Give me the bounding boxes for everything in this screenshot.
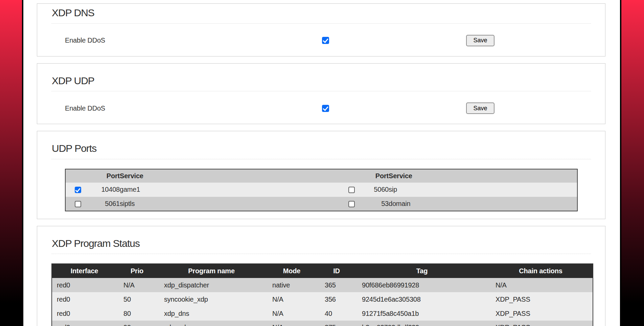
table-row: 5061 siptls 53 domain bbox=[65, 197, 577, 211]
title-divider bbox=[51, 159, 591, 159]
cell-id: 365 bbox=[318, 278, 355, 292]
cell-program-name: xdp_dispatcher bbox=[157, 278, 266, 292]
cell-mode: N/A bbox=[266, 306, 318, 321]
ports-header-port: Port bbox=[363, 169, 389, 183]
cell-prio: N/A bbox=[117, 278, 157, 292]
cell-interface: red0 bbox=[52, 278, 117, 292]
cell-tag: b3ae02703dbdf339 bbox=[355, 321, 489, 326]
ports-header-row: Port Service Port Service bbox=[65, 169, 577, 183]
udp-ports-table: Port Service Port Service 10408 game1 50… bbox=[65, 169, 578, 211]
enable-ddos-row-dns: Enable DDoS Save bbox=[51, 33, 591, 48]
right-gradient-strip bbox=[620, 0, 644, 326]
port-checkbox-cell bbox=[340, 183, 363, 197]
cell-mode: N/A bbox=[266, 321, 318, 326]
cell-interface: red0 bbox=[52, 321, 117, 326]
cell-chain-actions: XDP_PASS bbox=[489, 292, 593, 306]
save-button-dns[interactable]: Save bbox=[466, 35, 495, 46]
enable-ddos-checkbox-udp[interactable] bbox=[322, 105, 329, 112]
cell-interface: red0 bbox=[52, 306, 117, 321]
service-cell: sip bbox=[389, 183, 577, 197]
table-row: red0 80 xdp_dns N/A 40 91271f5a8c450a1b … bbox=[52, 306, 593, 321]
status-header-program-name: Program name bbox=[157, 264, 266, 278]
port-checkbox-cell bbox=[65, 197, 90, 211]
status-header-chain-actions: Chain actions bbox=[489, 264, 593, 278]
card-title-xdp-udp: XDP UDP bbox=[52, 75, 591, 87]
cell-mode: native bbox=[266, 278, 318, 292]
cell-chain-actions: XDP_PASS bbox=[489, 306, 593, 321]
cell-interface: red0 bbox=[52, 292, 117, 306]
cell-prio: 50 bbox=[117, 292, 157, 306]
card-title-xdp-program-status: XDP Program Status bbox=[52, 238, 591, 250]
title-divider bbox=[51, 91, 591, 91]
status-header-mode: Mode bbox=[266, 264, 318, 278]
port-checkbox-cell bbox=[340, 197, 363, 211]
xdp-program-status-table: Interface Prio Program name Mode ID Tag … bbox=[51, 263, 593, 326]
port-checkbox-domain[interactable] bbox=[348, 201, 355, 207]
save-button-udp[interactable]: Save bbox=[466, 102, 495, 114]
cell-id: 375 bbox=[318, 321, 355, 326]
ports-header-service: Service bbox=[120, 169, 340, 183]
ports-header-checkbox-spacer bbox=[340, 169, 363, 183]
cell-prio: 80 bbox=[117, 306, 157, 321]
status-header-id: ID bbox=[318, 264, 355, 278]
ports-header-port: Port bbox=[90, 169, 120, 183]
status-header-row: Interface Prio Program name Mode ID Tag … bbox=[52, 264, 593, 278]
enable-ddos-checkbox-dns[interactable] bbox=[322, 37, 329, 44]
card-xdp-dns: XDP DNS Enable DDoS Save bbox=[37, 3, 605, 56]
service-cell: siptls bbox=[120, 197, 340, 211]
main-content: XDP DNS Enable DDoS Save XDP UDP Enable … bbox=[37, 0, 605, 326]
port-checkbox-game1[interactable] bbox=[75, 187, 81, 193]
cell-id: 356 bbox=[318, 292, 355, 306]
port-checkbox-cell bbox=[65, 183, 90, 197]
cell-tag: 90f686eb86991928 bbox=[355, 278, 489, 292]
title-divider bbox=[51, 23, 591, 24]
cell-tag: 91271f5a8c450a1b bbox=[355, 306, 489, 321]
card-xdp-program-status: XDP Program Status Interface Prio Progra… bbox=[37, 226, 605, 326]
cell-tag: 9245d1e6ac305308 bbox=[355, 292, 489, 306]
port-checkbox-siptls[interactable] bbox=[75, 201, 81, 207]
table-row: red0 50 syncookie_xdp N/A 356 9245d1e6ac… bbox=[52, 292, 593, 306]
cell-id: 40 bbox=[318, 306, 355, 321]
enable-ddos-row-udp: Enable DDoS Save bbox=[51, 101, 591, 116]
cell-program-name: xdp_udp bbox=[157, 321, 266, 326]
card-title-xdp-dns: XDP DNS bbox=[52, 7, 591, 19]
port-checkbox-sip[interactable] bbox=[348, 187, 355, 193]
cell-chain-actions: N/A bbox=[489, 278, 593, 292]
status-header-prio: Prio bbox=[117, 264, 157, 278]
table-row: red0 N/A xdp_dispatcher native 365 90f68… bbox=[52, 278, 593, 292]
ports-header-checkbox-spacer bbox=[65, 169, 90, 183]
title-divider bbox=[51, 254, 591, 254]
cell-prio: 90 bbox=[117, 321, 157, 326]
cell-mode: N/A bbox=[266, 292, 318, 306]
table-row: red0 90 xdp_udp N/A 375 b3ae02703dbdf339… bbox=[52, 321, 593, 326]
status-header-interface: Interface bbox=[52, 264, 117, 278]
ports-header-service: Service bbox=[389, 169, 577, 183]
status-header-tag: Tag bbox=[355, 264, 489, 278]
enable-ddos-label: Enable DDoS bbox=[65, 104, 322, 112]
cell-chain-actions: XDP_PASS bbox=[489, 321, 593, 326]
service-cell: domain bbox=[389, 197, 577, 211]
card-xdp-udp: XDP UDP Enable DDoS Save bbox=[37, 63, 605, 124]
port-cell: 10408 bbox=[90, 183, 120, 197]
cell-program-name: xdp_dns bbox=[157, 306, 266, 321]
table-row: 10408 game1 5060 sip bbox=[65, 183, 577, 197]
enable-ddos-label: Enable DDoS bbox=[65, 37, 322, 44]
port-cell: 53 bbox=[363, 197, 389, 211]
cell-program-name: syncookie_xdp bbox=[157, 292, 266, 306]
service-cell: game1 bbox=[120, 183, 340, 197]
port-cell: 5061 bbox=[90, 197, 120, 211]
card-udp-ports: UDP Ports Port Service Port Service bbox=[37, 131, 605, 219]
left-gradient-strip bbox=[0, 0, 23, 326]
port-cell: 5060 bbox=[363, 183, 389, 197]
card-title-udp-ports: UDP Ports bbox=[52, 143, 591, 155]
